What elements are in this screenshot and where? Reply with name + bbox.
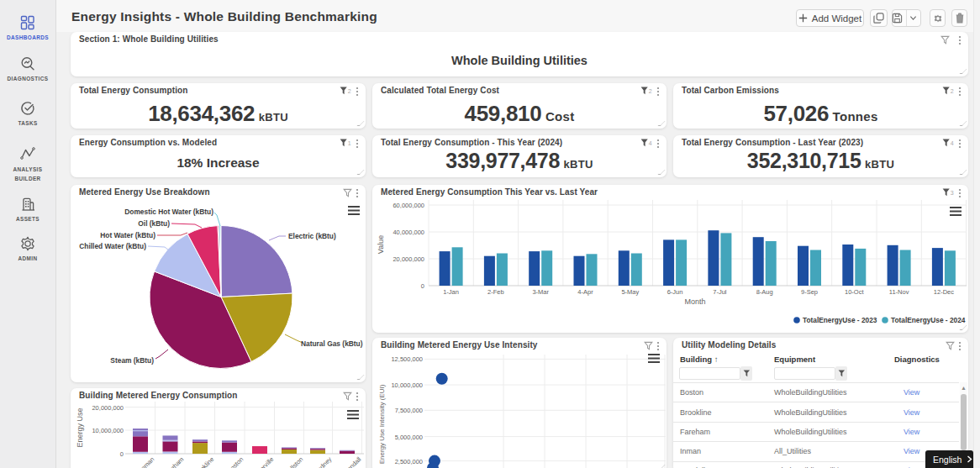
svg-text:2: 2 <box>649 88 652 94</box>
svg-text:Domestic Hot Water (kBtu): Domestic Hot Water (kBtu) <box>124 208 213 216</box>
svg-text:4: 4 <box>649 140 652 146</box>
svg-text:0: 0 <box>421 282 424 290</box>
svg-text:TotalEnergyUse - 2024: TotalEnergyUse - 2024 <box>891 316 966 324</box>
svg-text:Steam (kBtu): Steam (kBtu) <box>110 356 154 365</box>
svg-text:Somerville: Somerville <box>249 455 275 468</box>
svg-text:Inman: Inman <box>138 455 155 468</box>
svg-text:40,000,000: 40,000,000 <box>393 229 424 236</box>
svg-text:60,000,000: 60,000,000 <box>393 202 424 209</box>
svg-text:Brookline: Brookline <box>192 455 215 468</box>
svg-text:2-Feb: 2-Feb <box>487 288 504 296</box>
svg-text:2: 2 <box>348 88 351 94</box>
svg-text:10-Oct: 10-Oct <box>845 288 864 296</box>
svg-text:1-Jan: 1-Jan <box>443 288 459 296</box>
svg-text:10,000,000: 10,000,000 <box>92 427 124 434</box>
svg-text:20,000,000: 20,000,000 <box>92 404 124 412</box>
svg-text:12,500,000: 12,500,000 <box>391 355 423 363</box>
svg-text:8-Aug: 8-Aug <box>756 288 773 296</box>
svg-text:20,000,000: 20,000,000 <box>393 255 424 263</box>
svg-text:2,500,000: 2,500,000 <box>395 458 423 465</box>
svg-text:Value: Value <box>377 235 385 254</box>
svg-text:0: 0 <box>120 450 124 458</box>
svg-text:2: 2 <box>951 88 954 94</box>
svg-text:Month: Month <box>684 297 705 306</box>
svg-text:Fareham: Fareham <box>162 455 186 468</box>
svg-text:11-Nov: 11-Nov <box>889 288 909 296</box>
svg-text:6-Jun: 6-Jun <box>667 288 683 296</box>
svg-text:7-Jul: 7-Jul <box>713 288 727 296</box>
svg-text:Boston: Boston <box>226 455 245 468</box>
svg-text:9-Sep: 9-Sep <box>801 288 818 296</box>
svg-text:1: 1 <box>348 140 351 146</box>
svg-text:12-Dec: 12-Dec <box>934 288 954 296</box>
svg-text:Hot Water (kBtu): Hot Water (kBtu) <box>100 231 155 239</box>
svg-text:Oil (kBtu): Oil (kBtu) <box>138 219 170 228</box>
svg-text:7,500,000: 7,500,000 <box>395 407 423 414</box>
svg-text:Energy Use Intensity (EUI): Energy Use Intensity (EUI) <box>378 384 386 464</box>
svg-text:Natural Gas (kBtu): Natural Gas (kBtu) <box>301 339 363 348</box>
svg-text:Rodney: Rodney <box>313 455 334 468</box>
svg-text:3-Mar: 3-Mar <box>532 288 549 296</box>
svg-text:10,000,000: 10,000,000 <box>391 381 423 389</box>
svg-text:Energy Use: Energy Use <box>76 408 84 447</box>
svg-text:Kendall: Kendall <box>342 455 362 468</box>
svg-text:Chilled Water (kBtu): Chilled Water (kBtu) <box>79 242 146 250</box>
svg-text:4: 4 <box>951 140 954 146</box>
svg-text:TotalEnergyUse - 2023: TotalEnergyUse - 2023 <box>803 316 877 324</box>
svg-text:Electric (kBtu): Electric (kBtu) <box>288 232 336 240</box>
svg-text:4-Apr: 4-Apr <box>577 288 593 296</box>
svg-text:5,000,000: 5,000,000 <box>395 434 423 441</box>
svg-text:Allston: Allston <box>286 455 304 468</box>
svg-text:5-May: 5-May <box>621 288 639 296</box>
